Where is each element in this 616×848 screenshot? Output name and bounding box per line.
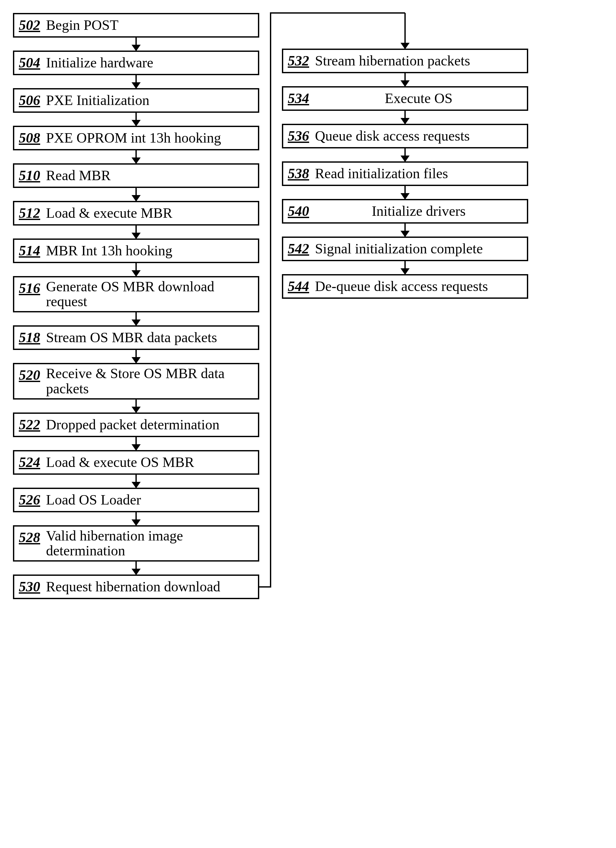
flow-arrow <box>135 400 137 412</box>
flowchart-step: 504Initialize hardware <box>13 50 259 75</box>
flow-arrow <box>404 111 406 124</box>
step-number: 540 <box>288 202 309 219</box>
step-label: PXE OPROM int 13h hooking <box>46 130 254 145</box>
step-number: 520 <box>19 366 40 383</box>
step-number: 508 <box>19 129 40 146</box>
incoming-arrow <box>404 13 406 49</box>
flowchart-step: 502Begin POST <box>13 13 259 38</box>
step-number: 522 <box>19 416 40 433</box>
step-number: 538 <box>288 165 309 182</box>
step-label: Load & execute MBR <box>46 206 254 221</box>
flow-arrow <box>135 188 137 201</box>
step-number: 532 <box>288 52 309 69</box>
flowchart-step: 512Load & execute MBR <box>13 201 259 225</box>
flowchart-step: 522Dropped packet determination <box>13 412 259 437</box>
flowchart-step: 514MBR Int 13h hooking <box>13 239 259 263</box>
step-number: 544 <box>288 277 309 295</box>
flow-arrow <box>135 150 137 163</box>
step-number: 528 <box>19 528 40 546</box>
step-number: 526 <box>19 491 40 508</box>
flow-arrow <box>135 562 137 575</box>
step-number: 542 <box>288 240 309 257</box>
step-label: Queue disk access requests <box>315 129 522 144</box>
step-label: PXE Initialization <box>46 93 254 108</box>
step-number: 502 <box>19 16 40 33</box>
flowchart-step: 528Valid hibernation image determination <box>13 525 259 562</box>
flow-arrow <box>135 475 137 488</box>
step-label: MBR Int 13h hooking <box>46 243 254 258</box>
flow-arrow <box>404 261 406 274</box>
flowchart-step: 518Stream OS MBR data packets <box>13 325 259 350</box>
step-label: Initialize drivers <box>315 204 522 219</box>
flowchart-step: 532Stream hibernation packets <box>282 49 528 73</box>
flow-arrow <box>404 73 406 86</box>
flowchart-step: 530Request hibernation download <box>13 575 259 599</box>
flowchart-step: 506PXE Initialization <box>13 88 259 113</box>
step-label: Initialize hardware <box>46 55 254 70</box>
flow-arrow <box>135 38 137 50</box>
step-label: Valid hibernation image determination <box>46 528 254 558</box>
step-label: Generate OS MBR download request <box>46 279 254 309</box>
step-label: Load OS Loader <box>46 492 254 507</box>
flowchart-step: 520Receive & Store OS MBR data packets <box>13 363 259 399</box>
flow-arrow <box>135 225 137 239</box>
right-column: 532Stream hibernation packets534Execute … <box>282 13 528 299</box>
step-number: 534 <box>288 89 309 107</box>
step-number: 530 <box>19 578 40 595</box>
flow-arrow <box>404 186 406 199</box>
flowchart-step: 516Generate OS MBR download request <box>13 276 259 312</box>
flow-arrow <box>404 148 406 162</box>
step-label: Dropped packet determination <box>46 417 254 432</box>
step-number: 516 <box>19 279 40 297</box>
step-label: Request hibernation download <box>46 580 254 594</box>
step-number: 506 <box>19 91 40 108</box>
step-number: 512 <box>19 204 40 221</box>
step-number: 536 <box>288 127 309 144</box>
step-number: 514 <box>19 242 40 259</box>
step-label: De-queue disk access requests <box>315 279 522 294</box>
step-label: Execute OS <box>315 91 522 106</box>
step-number: 524 <box>19 453 40 470</box>
flow-arrow <box>135 263 137 276</box>
flowchart-step: 536Queue disk access requests <box>282 124 528 148</box>
flowchart-step: 538Read initialization files <box>282 162 528 186</box>
step-number: 504 <box>19 54 40 71</box>
step-label: Stream OS MBR data packets <box>46 330 254 345</box>
flowchart-step: 508PXE OPROM int 13h hooking <box>13 126 259 150</box>
flow-arrow <box>135 75 137 88</box>
flowchart-step: 524Load & execute OS MBR <box>13 450 259 475</box>
flow-arrow <box>135 512 137 525</box>
flowchart-step: 540Initialize drivers <box>282 199 528 224</box>
flow-arrow <box>135 312 137 325</box>
flowchart-step: 544De-queue disk access requests <box>282 274 528 299</box>
step-label: Signal initialization complete <box>315 242 522 256</box>
step-label: Load & execute OS MBR <box>46 455 254 470</box>
flow-arrow <box>404 224 406 237</box>
flowchart-container: 502Begin POST504Initialize hardware506PX… <box>13 13 603 599</box>
flow-arrow <box>135 113 137 126</box>
flow-arrow <box>135 350 137 363</box>
step-label: Read initialization files <box>315 166 522 181</box>
step-label: Receive & Store OS MBR data packets <box>46 366 254 396</box>
flowchart-step: 526Load OS Loader <box>13 488 259 512</box>
flow-arrow <box>135 437 137 450</box>
flowchart-step: 534Execute OS <box>282 86 528 111</box>
step-number: 510 <box>19 166 40 184</box>
step-label: Stream hibernation packets <box>315 53 522 68</box>
step-number: 518 <box>19 329 40 346</box>
step-label: Begin POST <box>46 18 254 33</box>
step-label: Read MBR <box>46 168 254 183</box>
flowchart-step: 510Read MBR <box>13 163 259 188</box>
left-column: 502Begin POST504Initialize hardware506PX… <box>13 13 259 599</box>
flowchart-step: 542Signal initialization complete <box>282 237 528 261</box>
